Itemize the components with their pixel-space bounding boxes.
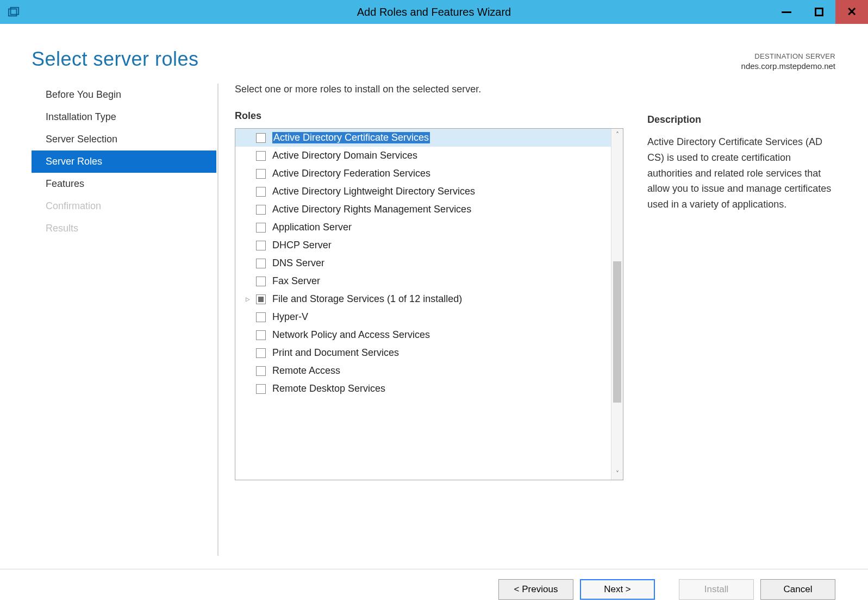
role-label: Remote Access <box>272 365 340 376</box>
roles-items: Active Directory Certificate ServicesAct… <box>235 129 611 480</box>
role-row[interactable]: Application Server <box>235 218 611 236</box>
destination-server: ndes.corp.mstepdemo.net <box>741 61 835 71</box>
main-column: Select one or more roles to install on t… <box>235 84 835 556</box>
chevron-down-icon: ˅ <box>616 470 619 478</box>
role-row[interactable]: Active Directory Lightweight Directory S… <box>235 183 611 200</box>
role-checkbox[interactable] <box>256 169 266 179</box>
role-checkbox[interactable] <box>256 366 266 376</box>
destination-label: DESTINATION SERVER <box>741 52 835 60</box>
role-row[interactable]: Hyper-V <box>235 308 611 326</box>
description-text: Active Directory Certificate Services (A… <box>647 134 835 212</box>
role-row[interactable]: Remote Access <box>235 362 611 380</box>
wizard-step-features[interactable]: Features <box>32 173 216 195</box>
cancel-button[interactable]: Cancel <box>760 579 835 600</box>
role-checkbox[interactable] <box>256 151 266 161</box>
role-row[interactable]: ▷File and Storage Services (1 of 12 inst… <box>235 290 611 308</box>
role-checkbox[interactable] <box>256 241 266 250</box>
role-row[interactable]: Active Directory Certificate Services <box>235 129 611 147</box>
install-button: Install <box>679 579 754 600</box>
previous-button[interactable]: < Previous <box>498 579 573 600</box>
minimize-icon <box>782 11 791 13</box>
wizard-step-results: Results <box>32 217 216 240</box>
app-icon <box>7 5 21 19</box>
role-checkbox[interactable] <box>256 187 266 197</box>
wizard-step-server-selection[interactable]: Server Selection <box>32 128 216 150</box>
checkbox-partial-icon <box>258 297 264 302</box>
window-controls: ✕ <box>770 0 868 24</box>
role-label: Active Directory Rights Management Servi… <box>272 204 471 215</box>
title-bar[interactable]: Add Roles and Features Wizard ✕ <box>0 0 868 24</box>
role-row[interactable]: Remote Desktop Services <box>235 380 611 398</box>
role-label: Network Policy and Access Services <box>272 329 430 341</box>
expander-icon[interactable]: ▷ <box>244 296 252 302</box>
instruction-text: Select one or more roles to install on t… <box>235 84 623 95</box>
role-label: Print and Document Services <box>272 347 399 359</box>
role-label: Active Directory Certificate Services <box>272 132 430 143</box>
role-checkbox[interactable] <box>256 294 266 304</box>
content-area: Select server roles DESTINATION SERVER n… <box>0 24 868 615</box>
role-label: Active Directory Federation Services <box>272 168 430 179</box>
destination-info: DESTINATION SERVER ndes.corp.mstepdemo.n… <box>741 48 835 71</box>
role-label: File and Storage Services (1 of 12 insta… <box>272 293 462 305</box>
body: Before You BeginInstallation TypeServer … <box>0 80 868 556</box>
wizard-step-server-roles[interactable]: Server Roles <box>32 150 216 173</box>
role-label: Application Server <box>272 222 352 233</box>
roles-listbox: Active Directory Certificate ServicesAct… <box>235 128 623 480</box>
wizard-step-before-you-begin[interactable]: Before You Begin <box>32 84 216 106</box>
role-row[interactable]: Fax Server <box>235 272 611 290</box>
role-row[interactable]: Active Directory Federation Services <box>235 165 611 183</box>
role-checkbox[interactable] <box>256 384 266 394</box>
role-row[interactable]: Active Directory Domain Services <box>235 147 611 165</box>
roles-column: Select one or more roles to install on t… <box>235 84 623 556</box>
role-label: Fax Server <box>272 275 320 287</box>
maximize-button[interactable] <box>803 0 835 24</box>
page-title: Select server roles <box>32 48 199 71</box>
scrollbar[interactable]: ˄ ˅ <box>611 129 623 480</box>
chevron-up-icon: ˄ <box>616 131 619 139</box>
description-column: Description Active Directory Certificate… <box>623 84 835 556</box>
scroll-down-button[interactable]: ˅ <box>611 468 623 480</box>
role-checkbox[interactable] <box>256 277 266 286</box>
role-row[interactable]: Network Policy and Access Services <box>235 326 611 344</box>
role-label: Remote Desktop Services <box>272 383 385 394</box>
maximize-icon <box>815 8 823 16</box>
role-checkbox[interactable] <box>256 330 266 340</box>
scroll-up-button[interactable]: ˄ <box>611 129 623 141</box>
role-checkbox[interactable] <box>256 312 266 322</box>
role-label: Active Directory Lightweight Directory S… <box>272 186 475 197</box>
role-row[interactable]: DHCP Server <box>235 236 611 254</box>
wizard-step-confirmation: Confirmation <box>32 195 216 217</box>
header-area: Select server roles DESTINATION SERVER n… <box>0 24 868 80</box>
role-row[interactable]: DNS Server <box>235 254 611 272</box>
window-title: Add Roles and Features Wizard <box>0 6 868 18</box>
scroll-track[interactable] <box>611 141 623 468</box>
scroll-thumb[interactable] <box>613 261 621 403</box>
close-button[interactable]: ✕ <box>835 0 868 24</box>
next-button[interactable]: Next > <box>580 579 655 600</box>
wizard-steps-sidebar: Before You BeginInstallation TypeServer … <box>32 84 216 556</box>
role-label: Hyper-V <box>272 311 308 323</box>
role-label: Active Directory Domain Services <box>272 150 417 161</box>
roles-heading: Roles <box>235 110 623 122</box>
role-label: DNS Server <box>272 258 324 269</box>
wizard-step-installation-type[interactable]: Installation Type <box>32 106 216 128</box>
role-checkbox[interactable] <box>256 348 266 358</box>
close-icon: ✕ <box>847 5 857 19</box>
role-checkbox[interactable] <box>256 133 266 143</box>
role-label: DHCP Server <box>272 240 332 251</box>
role-row[interactable]: Print and Document Services <box>235 344 611 362</box>
description-heading: Description <box>647 114 835 125</box>
role-checkbox[interactable] <box>256 259 266 268</box>
role-checkbox[interactable] <box>256 205 266 215</box>
role-checkbox[interactable] <box>256 223 266 233</box>
vertical-divider <box>217 84 218 556</box>
footer: < Previous Next > Install Cancel <box>0 569 868 610</box>
minimize-button[interactable] <box>770 0 803 24</box>
role-row[interactable]: Active Directory Rights Management Servi… <box>235 200 611 218</box>
wizard-window: Add Roles and Features Wizard ✕ Select s… <box>0 0 868 615</box>
